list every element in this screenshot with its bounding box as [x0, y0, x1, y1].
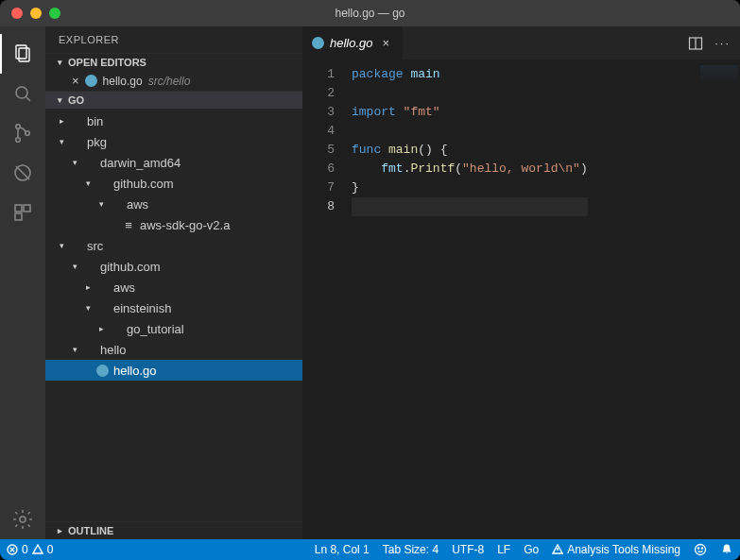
chevron-down-icon: ▾: [95, 199, 108, 209]
tree-folder[interactable]: ▾src: [45, 235, 302, 256]
svg-point-21: [701, 548, 702, 549]
chevron-down-icon: ▾: [68, 158, 81, 167]
tree-file[interactable]: hello.go: [45, 360, 302, 381]
cursor-position-status[interactable]: Ln 8, Col 1: [308, 539, 376, 560]
close-window-button[interactable]: [11, 8, 23, 19]
problems-status[interactable]: 0 0: [0, 539, 60, 560]
tree-folder[interactable]: ▾hello: [45, 339, 302, 360]
notifications-bell-icon[interactable]: [714, 539, 740, 560]
svg-rect-11: [15, 213, 22, 220]
tree-label: aws-sdk-go-v2.a: [140, 218, 230, 232]
vscode-window: hello.go — go EXPLORER: [0, 0, 740, 560]
feedback-smiley-icon[interactable]: [687, 539, 714, 560]
analysis-warning-status[interactable]: Analysis Tools Missing: [545, 539, 687, 560]
sidebar-title: EXPLORER: [45, 26, 302, 53]
svg-point-19: [696, 545, 706, 555]
tree-folder[interactable]: ▾github.com: [45, 173, 302, 194]
settings-gear-icon[interactable]: [0, 500, 45, 539]
language-status[interactable]: Go: [517, 539, 545, 560]
tab-bar: hello.go × ···: [302, 26, 740, 59]
encoding-status[interactable]: UTF-8: [445, 539, 490, 560]
chevron-down-icon: ▾: [55, 241, 68, 250]
status-bar: 0 0 Ln 8, Col 1 Tab Size: 4 UTF-8 LF Go …: [0, 539, 740, 560]
close-tab-icon[interactable]: ×: [379, 36, 394, 50]
tree-folder[interactable]: ▾einsteinish: [45, 297, 302, 318]
editor-area: hello.go × ··· 12345678 package main imp…: [302, 26, 740, 539]
code-line[interactable]: fmt.Printf("hello, world\n"): [352, 160, 588, 178]
open-editor-path: src/hello: [148, 75, 191, 88]
code-line[interactable]: package main: [352, 65, 588, 84]
code-editor[interactable]: 12345678 package main import "fmt" func …: [302, 59, 740, 539]
minimize-window-button[interactable]: [30, 8, 42, 19]
svg-rect-9: [15, 205, 22, 212]
open-editor-name: hello.go: [103, 75, 143, 88]
tree-label: einsteinish: [113, 301, 171, 315]
chevron-right-icon: ▸: [55, 116, 68, 126]
folder-header[interactable]: ▾ GO: [45, 91, 302, 109]
tab-label: hello.go: [330, 36, 373, 50]
tree-label: darwin_amd64: [100, 156, 181, 170]
more-actions-icon[interactable]: ···: [714, 36, 731, 50]
file-icon: ≡: [121, 218, 136, 232]
chevron-right-icon: ▸: [53, 526, 66, 535]
svg-line-3: [26, 97, 31, 102]
chevron-right-icon: ▸: [95, 324, 108, 333]
eol-status[interactable]: LF: [490, 539, 517, 560]
explorer-sidebar: EXPLORER ▾ OPEN EDITORS ×hello.gosrc/hel…: [45, 26, 302, 539]
tree-label: hello.go: [113, 364, 157, 378]
tree-folder[interactable]: ▾darwin_amd64: [45, 152, 302, 173]
titlebar: hello.go — go: [0, 0, 740, 26]
svg-rect-10: [24, 205, 30, 212]
editor-tab[interactable]: hello.go ×: [302, 26, 404, 59]
svg-point-5: [16, 138, 21, 143]
chevron-down-icon: ▾: [68, 345, 81, 354]
tree-file[interactable]: ≡aws-sdk-go-v2.a: [45, 214, 302, 235]
scm-activity-icon[interactable]: [0, 113, 45, 153]
code-line[interactable]: }: [352, 178, 588, 197]
tree-label: src: [87, 239, 103, 253]
go-file-icon: [85, 75, 97, 87]
tab-size-status[interactable]: Tab Size: 4: [376, 539, 445, 560]
tree-label: go_tutorial: [127, 322, 184, 336]
code-line[interactable]: func main() {: [352, 141, 588, 160]
maximize-window-button[interactable]: [49, 8, 60, 19]
tree-folder[interactable]: ▸aws: [45, 277, 302, 297]
code-line[interactable]: [352, 84, 588, 103]
activity-bar: [0, 26, 45, 539]
explorer-activity-icon[interactable]: [0, 34, 45, 74]
chevron-right-icon: ▸: [81, 282, 95, 292]
close-icon[interactable]: ×: [72, 74, 79, 88]
tree-folder[interactable]: ▾github.com: [45, 256, 302, 277]
svg-point-2: [16, 87, 27, 98]
chevron-down-icon: ▾: [55, 137, 68, 146]
chevron-down-icon: ▾: [53, 58, 66, 67]
extensions-activity-icon[interactable]: [0, 193, 45, 232]
chevron-down-icon: ▾: [68, 262, 81, 271]
svg-rect-0: [16, 45, 26, 59]
outline-header[interactable]: ▸ OUTLINE: [45, 521, 302, 539]
tree-label: github.com: [113, 177, 174, 191]
window-title: hello.go — go: [0, 7, 740, 20]
open-editors-header[interactable]: ▾ OPEN EDITORS: [45, 53, 302, 71]
tree-folder[interactable]: ▾pkg: [45, 131, 302, 152]
code-line[interactable]: [352, 197, 588, 216]
tree-folder[interactable]: ▸go_tutorial: [45, 318, 302, 339]
svg-point-12: [20, 517, 26, 522]
debug-activity-icon[interactable]: [0, 153, 45, 193]
svg-line-8: [16, 166, 29, 179]
code-line[interactable]: [352, 122, 588, 141]
split-editor-icon[interactable]: [688, 36, 703, 51]
svg-point-20: [697, 548, 698, 549]
tree-label: aws: [127, 197, 148, 212]
tree-label: bin: [87, 114, 103, 128]
search-activity-icon[interactable]: [0, 74, 45, 113]
chevron-down-icon: ▾: [81, 178, 95, 188]
tree-folder[interactable]: ▸bin: [45, 110, 302, 131]
chevron-down-icon: ▾: [81, 303, 95, 313]
open-editor-item[interactable]: ×hello.gosrc/hello: [45, 71, 302, 91]
code-line[interactable]: import "fmt": [352, 103, 588, 122]
go-file-icon: [312, 37, 324, 49]
tree-folder[interactable]: ▾aws: [45, 194, 302, 214]
tree-label: hello: [100, 343, 126, 357]
minimap[interactable]: [700, 65, 738, 84]
